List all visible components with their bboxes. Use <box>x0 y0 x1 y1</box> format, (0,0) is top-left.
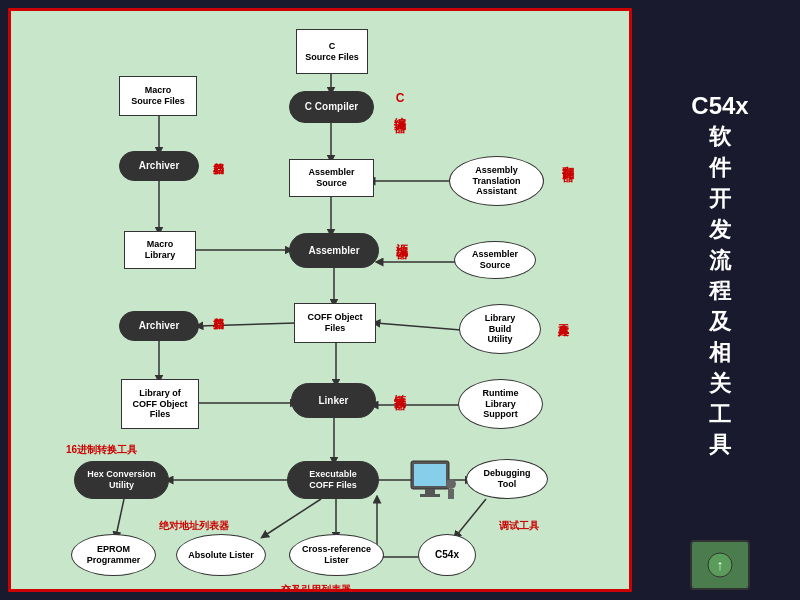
coff-files-node: COFF Object Files <box>294 303 376 343</box>
archiver2-node: Archiver <box>119 311 199 341</box>
assembler-source2-node: Assembler Source <box>454 241 536 279</box>
right-title-line7: 程 <box>691 276 748 307</box>
exec-coff-node: Executable COFF Files <box>287 461 379 499</box>
diagram-area: C Source Files C Compiler Macro Source F… <box>0 0 640 600</box>
asm-trans-node: Assembly Translation Assistant <box>449 156 544 206</box>
cross-ref-node: Cross-reference Lister <box>289 534 384 576</box>
right-title-line8: 及 <box>691 307 748 338</box>
macro-source-node: Macro Source Files <box>119 76 197 116</box>
nav-icon: ↑ <box>705 550 735 580</box>
linker-node: Linker <box>291 383 376 418</box>
archiver1-node: Archiver <box>119 151 199 181</box>
hex-conv-label: 16进制转换工具 <box>66 443 137 457</box>
c-compiler-label: C编译器 <box>391 91 408 113</box>
svg-rect-26 <box>425 489 435 494</box>
right-title-line5: 发 <box>691 215 748 246</box>
assembler-label: 汇编器 <box>393 233 410 239</box>
svg-line-13 <box>376 323 461 330</box>
right-title-line3: 件 <box>691 153 748 184</box>
svg-line-21 <box>456 499 486 536</box>
macro-library-node: Macro Library <box>124 231 196 269</box>
lib-build-node: Library Build Utility <box>459 304 541 354</box>
c-compiler-node: C Compiler <box>289 91 374 123</box>
right-title-line12: 具 <box>691 430 748 461</box>
right-title-line6: 流 <box>691 246 748 277</box>
debug-tool-node: Debugging Tool <box>466 459 548 499</box>
assembler-source1-node: Assembler Source <box>289 159 374 197</box>
translator-label: 翻译器 <box>559 156 576 162</box>
right-title-line9: 相 <box>691 338 748 369</box>
svg-text:↑: ↑ <box>717 557 724 573</box>
cross-ref-label: 交叉引用列表器 <box>281 583 351 592</box>
debug-label: 调试工具 <box>499 519 539 533</box>
right-title-line11: 工 <box>691 400 748 431</box>
lib-coff-node: Library of COFF Object Files <box>121 379 199 429</box>
c54x-node: C54x <box>418 534 476 576</box>
svg-rect-29 <box>448 489 454 499</box>
abs-lister-node: Absolute Lister <box>176 534 266 576</box>
runtime-lib-node: Runtime Library Support <box>458 379 543 429</box>
svg-line-17 <box>116 499 124 536</box>
linker-label: 链接器 <box>391 384 408 390</box>
right-panel: C54x 软 件 开 发 流 程 及 相 关 工 具 ↑ <box>640 0 800 600</box>
svg-rect-25 <box>414 464 446 486</box>
c-source-node: C Source Files <box>296 29 368 74</box>
main-container: C Source Files C Compiler Macro Source F… <box>0 0 800 600</box>
svg-point-28 <box>446 479 456 489</box>
right-title-line10: 关 <box>691 369 748 400</box>
eprom-node: EPROM Programmer <box>71 534 156 576</box>
svg-rect-27 <box>420 494 440 497</box>
diagram-border: C Source Files C Compiler Macro Source F… <box>8 8 632 592</box>
assembler-node: Assembler <box>289 233 379 268</box>
computer-icon <box>406 459 461 504</box>
right-title-line4: 开 <box>691 184 748 215</box>
hex-conv-node: Hex Conversion Utility <box>74 461 169 499</box>
nav-button[interactable]: ↑ <box>690 540 750 590</box>
right-title-line2: 软 <box>691 122 748 153</box>
svg-line-18 <box>264 499 321 536</box>
abs-lister-label: 绝对地址列表器 <box>159 519 229 533</box>
svg-line-9 <box>199 323 296 326</box>
right-title-line1: C54x <box>691 89 748 123</box>
